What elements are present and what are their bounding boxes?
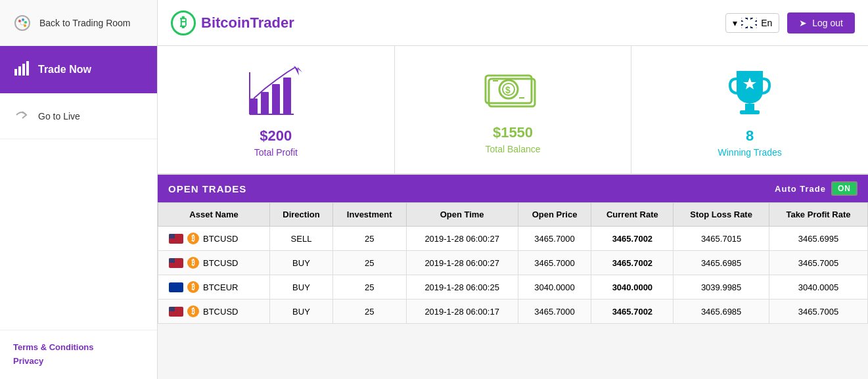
- table-row: ₿ BTCUSD BUY 25 2019-1-28 06:00:27 3465.…: [158, 251, 868, 275]
- svg-point-5: [20, 21, 24, 25]
- profit-chart-icon: [246, 66, 306, 121]
- table-header-row: Asset Name Direction Investment Open Tim…: [158, 203, 868, 227]
- take-profit-cell: 3465.7005: [769, 300, 867, 324]
- auto-trade-label: Auto Trade: [775, 184, 826, 194]
- svg-rect-25: [740, 110, 760, 114]
- stop-loss-cell: 3039.9985: [674, 275, 769, 300]
- col-direction: Direction: [270, 203, 333, 227]
- language-selector[interactable]: ▾ En: [725, 13, 779, 33]
- col-open-price: Open Price: [518, 203, 591, 227]
- total-balance-card: $ $1550 Total Balance: [395, 46, 632, 173]
- lang-label: En: [761, 18, 772, 28]
- asset-cell: ₿ BTCUSD: [158, 251, 270, 275]
- stop-loss-cell: 3465.6985: [674, 300, 769, 324]
- direction-cell: BUY: [270, 251, 333, 275]
- balance-value: $1550: [493, 124, 533, 141]
- open-time-cell: 2019-1-28 06:00:27: [406, 227, 518, 251]
- back-to-trading-room-button[interactable]: Back to Trading Room: [0, 0, 157, 46]
- open-trades-section: OPEN TRADES Auto Trade ON Asset Name Dir…: [158, 175, 868, 379]
- btc-icon: ₿: [187, 305, 199, 317]
- open-trades-title: OPEN TRADES: [168, 183, 246, 194]
- palette-icon: [13, 14, 32, 32]
- flag-us-icon: [169, 234, 183, 244]
- toggle-on-indicator[interactable]: ON: [831, 181, 857, 196]
- open-time-cell: 2019-1-28 06:00:25: [406, 275, 518, 300]
- svg-point-3: [24, 21, 27, 24]
- direction-cell: BUY: [270, 275, 333, 300]
- profit-value: $200: [260, 127, 292, 145]
- open-trades-header: OPEN TRADES Auto Trade ON: [158, 175, 868, 202]
- asset-cell: ₿ BTCEUR: [158, 275, 270, 300]
- current-rate-cell: 3465.7002: [591, 300, 674, 324]
- table-row: ₿ BTCUSD SELL 25 2019-1-28 06:00:27 3465…: [158, 227, 868, 251]
- col-open-time: Open Time: [406, 203, 518, 227]
- winning-value: 8: [746, 127, 754, 145]
- current-rate-cell: 3465.7002: [591, 227, 674, 251]
- svg-rect-24: [745, 104, 754, 110]
- arrow-forward-icon: [13, 106, 30, 125]
- logo-trader: Trader: [250, 14, 294, 31]
- svg-rect-10: [250, 99, 258, 114]
- col-stop-loss: Stop Loss Rate: [674, 203, 769, 227]
- back-label: Back to Trading Room: [39, 18, 131, 28]
- open-time-cell: 2019-1-28 06:00:17: [406, 300, 518, 324]
- btc-icon: ₿: [187, 233, 199, 244]
- chart-bar-icon: [13, 60, 30, 79]
- take-profit-cell: 3465.7005: [769, 251, 867, 275]
- header: ₿ BitcoinTrader ▾ En ➤ Log out: [158, 0, 868, 46]
- stop-loss-cell: 3465.7015: [674, 227, 769, 251]
- trade-now-button[interactable]: Trade Now: [0, 46, 157, 93]
- header-right: ▾ En ➤ Log out: [725, 12, 855, 33]
- svg-point-4: [24, 24, 26, 27]
- stats-row: $200 Total Profit $ $1550 Total Balance: [158, 46, 868, 175]
- trades-table: Asset Name Direction Investment Open Tim…: [158, 202, 868, 324]
- open-price-cell: 3040.0000: [518, 275, 591, 300]
- col-current-rate: Current Rate: [591, 203, 674, 227]
- open-price-cell: 3465.7000: [518, 300, 591, 324]
- svg-text:$: $: [505, 85, 511, 95]
- go-to-live-button[interactable]: Go to Live: [0, 93, 157, 139]
- svg-rect-8: [22, 64, 25, 76]
- current-rate-cell: 3040.0000: [591, 275, 674, 300]
- flag-us-icon: [169, 258, 183, 268]
- svg-rect-12: [272, 84, 280, 114]
- chevron-down-icon: ▾: [733, 18, 737, 28]
- flag-us-icon: [169, 307, 183, 317]
- terms-link[interactable]: Terms & Conditions: [13, 341, 144, 355]
- svg-point-2: [22, 18, 24, 21]
- go-live-label: Go to Live: [38, 111, 80, 122]
- stop-loss-cell: 3465.6985: [674, 251, 769, 275]
- logout-icon: ➤: [799, 18, 807, 28]
- money-icon: $: [484, 69, 543, 118]
- profit-label: Total Profit: [254, 147, 298, 158]
- privacy-link[interactable]: Privacy: [13, 355, 144, 368]
- flag-eu-icon: [169, 282, 183, 292]
- logo: ₿ BitcoinTrader: [171, 11, 294, 35]
- direction-cell: BUY: [270, 300, 333, 324]
- col-take-profit: Take Profit Rate: [769, 203, 867, 227]
- open-price-cell: 3465.7000: [518, 251, 591, 275]
- logo-text: BitcoinTrader: [201, 14, 294, 32]
- logo-bitcoin: Bitcoin: [201, 14, 250, 31]
- asset-cell: ₿ BTCUSD: [158, 227, 270, 251]
- trade-now-label: Trade Now: [38, 64, 91, 76]
- take-profit-cell: 3465.6995: [769, 227, 867, 251]
- sidebar-footer: Terms & Conditions Privacy: [0, 330, 157, 379]
- open-price-cell: 3465.7000: [518, 227, 591, 251]
- winning-label: Winning Trades: [718, 147, 782, 158]
- table-row: ₿ BTCUSD BUY 25 2019-1-28 06:00:17 3465.…: [158, 300, 868, 324]
- open-time-cell: 2019-1-28 06:00:27: [406, 251, 518, 275]
- svg-marker-16: [294, 66, 302, 76]
- col-asset: Asset Name: [158, 203, 270, 227]
- col-investment: Investment: [332, 203, 406, 227]
- svg-rect-11: [261, 92, 269, 114]
- svg-rect-9: [26, 61, 29, 76]
- btc-icon: ₿: [187, 281, 199, 293]
- logout-button[interactable]: ➤ Log out: [787, 12, 855, 33]
- main-content: ₿ BitcoinTrader ▾ En ➤ Log out: [158, 0, 868, 379]
- auto-trade-toggle[interactable]: Auto Trade ON: [775, 181, 857, 196]
- current-rate-cell: 3465.7002: [591, 251, 674, 275]
- svg-rect-7: [18, 66, 21, 76]
- direction-cell: SELL: [270, 227, 333, 251]
- table-row: ₿ BTCEUR BUY 25 2019-1-28 06:00:25 3040.…: [158, 275, 868, 300]
